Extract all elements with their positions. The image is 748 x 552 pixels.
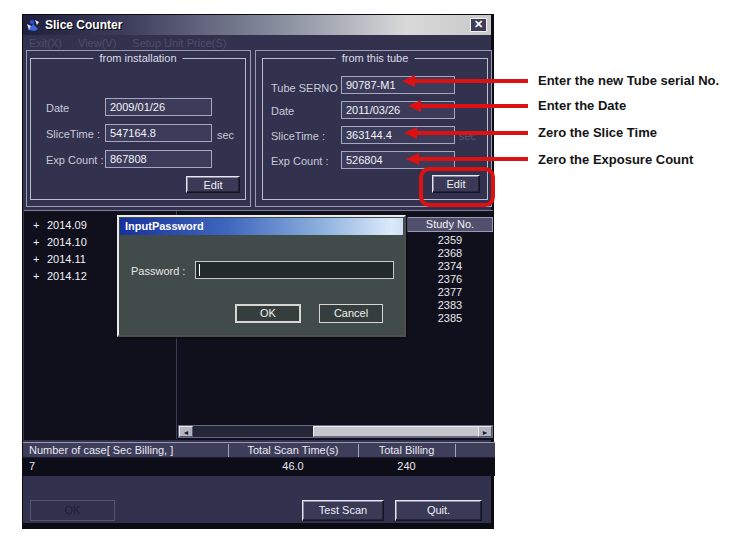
tree-expand-icon[interactable]: + [33, 219, 47, 231]
installation-expcount-label: Exp Count : [46, 154, 103, 166]
study-row[interactable]: 2359 [407, 234, 493, 246]
installation-date-field[interactable] [105, 98, 212, 116]
group-title-tube: from this tube [336, 52, 415, 64]
summary-header-cases: Number of case[ Sec Billing, ] [29, 444, 173, 456]
study-row[interactable]: 2374 [407, 260, 493, 272]
annotation-text-serno: Enter the new Tube serial No. [538, 73, 719, 88]
summary-value-scan-time: 46.0 [228, 460, 358, 472]
window-title: Slice Counter [45, 18, 122, 32]
horizontal-scrollbar[interactable]: ◄ ► [178, 425, 493, 438]
study-row[interactable]: 2383 [407, 299, 493, 311]
scrollbar-thumb[interactable] [313, 426, 480, 437]
arrow-shaft [413, 79, 528, 83]
study-number-pane: Study No. 2359 2368 2374 2376 2377 2383 … [407, 215, 493, 435]
column-divider [455, 444, 456, 457]
installation-date-label: Date [46, 102, 69, 114]
quit-button[interactable]: Quit. [395, 500, 482, 521]
annotation-text-date: Enter the Date [538, 98, 626, 113]
close-icon[interactable]: ✕ [470, 18, 487, 32]
study-row[interactable]: 2377 [407, 286, 493, 298]
study-row[interactable]: 2385 [407, 312, 493, 324]
tree-item-label[interactable]: 2014.12 [47, 270, 87, 282]
scroll-left-icon[interactable]: ◄ [179, 426, 193, 437]
summary-header-scan-time: Total Scan Time(s) [228, 444, 358, 456]
study-no-column-header[interactable]: Study No. [407, 217, 493, 232]
summary-value-billing: 240 [358, 460, 455, 472]
tube-date-label: Date [271, 105, 294, 117]
group-title-installation: from installation [93, 52, 182, 64]
password-cancel-button[interactable]: Cancel [319, 304, 383, 323]
installation-slicetime-label: SliceTime : [46, 128, 100, 140]
tree-expand-icon[interactable]: + [33, 253, 47, 265]
scroll-right-icon[interactable]: ► [478, 426, 492, 437]
tube-serno-label: Tube SERNO [271, 82, 338, 94]
tree-expand-icon[interactable]: + [33, 270, 47, 282]
column-divider [358, 444, 359, 457]
tree-expand-icon[interactable]: + [33, 236, 47, 248]
summary-value-row: 7 46.0 240 [23, 458, 495, 476]
tube-slicetime-label: SliceTime : [271, 130, 325, 142]
column-divider [228, 444, 229, 457]
arrow-shaft [419, 104, 528, 108]
installation-slicetime-field[interactable] [105, 124, 212, 142]
arrow-shaft [417, 157, 528, 161]
app-icon [26, 18, 41, 32]
installation-slicetime-unit: sec [217, 129, 234, 141]
tree-item-2014-12[interactable]: +2014.12 [33, 270, 87, 282]
tree-item-label[interactable]: 2014.09 [47, 219, 87, 231]
tree-item-2014-10[interactable]: +2014.10 [33, 236, 87, 248]
tube-expcount-label: Exp Count : [271, 155, 328, 167]
study-row[interactable]: 2376 [407, 273, 493, 285]
summary-header-billing: Total Billing [358, 444, 455, 456]
tree-item-label[interactable]: 2014.10 [47, 236, 87, 248]
screenshot-root: Slice Counter ✕ Exit(X) View(V) Setup Un… [0, 0, 748, 552]
tree-item-label[interactable]: 2014.11 [47, 253, 86, 265]
ok-button[interactable]: OK [30, 500, 115, 521]
password-ok-button[interactable]: OK [235, 304, 301, 323]
arrow-shaft [415, 131, 528, 135]
annotation-text-slicetime: Zero the Slice Time [538, 125, 657, 140]
title-bar[interactable]: Slice Counter ✕ [23, 15, 491, 35]
tree-item-2014-09[interactable]: +2014.09 [33, 219, 87, 231]
tree-item-2014-11[interactable]: +2014.11 [33, 253, 86, 265]
password-label: Password : [131, 265, 185, 277]
study-row[interactable]: 2368 [407, 247, 493, 259]
edit-button-highlight-box [419, 167, 495, 207]
input-password-dialog: InputPassword Password : OK Cancel [117, 215, 406, 337]
password-input[interactable] [195, 261, 394, 279]
password-dialog-title-bar[interactable]: InputPassword [120, 218, 403, 235]
annotation-text-expcount: Zero the Exposure Count [538, 152, 693, 167]
test-scan-button[interactable]: Test Scan [302, 500, 384, 521]
installation-edit-button[interactable]: Edit [186, 176, 240, 193]
summary-value-cases: 7 [29, 460, 35, 472]
text-cursor [199, 264, 200, 276]
summary-header-row: Number of case[ Sec Billing, ] Total Sca… [23, 442, 495, 458]
installation-expcount-field[interactable] [105, 150, 212, 168]
tube-slicetime-field[interactable] [341, 126, 455, 144]
